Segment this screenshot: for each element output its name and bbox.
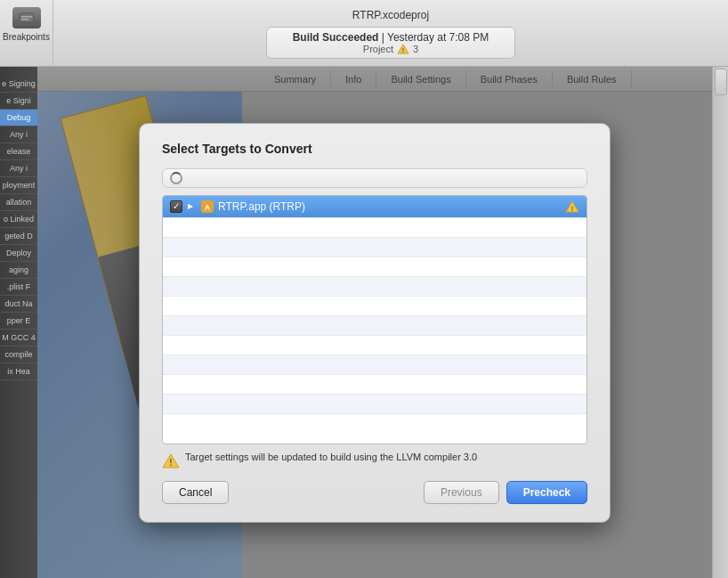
target-arrow-0: ▶ — [188, 202, 197, 211]
cancel-button[interactable]: Cancel — [162, 481, 229, 504]
warning-triangle-icon: ! — [397, 44, 409, 54]
project-label: Project — [363, 44, 393, 54]
sidebar-item-10[interactable]: Deploy — [0, 245, 37, 262]
window-title: RTRP.xcodeproj — [352, 9, 429, 21]
sidebar-item-12[interactable]: .plist F — [0, 279, 37, 296]
top-bar: Breakpoints RTRP.xcodeproj Build Succeed… — [0, 0, 728, 67]
svg-rect-2 — [21, 19, 28, 20]
warning-count: 3 — [413, 44, 418, 54]
svg-text:!: ! — [571, 205, 574, 213]
previous-button[interactable]: Previous — [424, 481, 499, 504]
build-status-line2: Project ! 3 — [285, 44, 497, 54]
breakpoints-area: Breakpoints — [0, 0, 53, 67]
modal-buttons: Cancel Previous Precheck — [162, 481, 587, 504]
build-status-line1: Build Succeeded | Yesterday at 7:08 PM — [285, 31, 497, 44]
breakpoints-label: Breakpoints — [3, 32, 50, 42]
modal-title: Select Targets to Convert — [162, 142, 587, 156]
sidebar-item-1[interactable]: e Signi — [0, 93, 37, 110]
precheck-button[interactable]: Precheck — [506, 481, 587, 504]
modal-dialog: Select Targets to Convert ✓ ▶ A — [139, 123, 611, 523]
stripe-row-10 — [163, 395, 586, 414]
stripe-row-7 — [163, 336, 586, 355]
stripe-row-3 — [163, 257, 586, 277]
sidebar-item-5[interactable]: Any i — [0, 160, 37, 177]
warning-message: ! Target settings will be updated to bui… — [162, 444, 587, 468]
sidebar-item-14[interactable]: pper E — [0, 313, 37, 330]
svg-rect-1 — [21, 16, 32, 18]
build-status-box: Build Succeeded | Yesterday at 7:08 PM P… — [266, 27, 515, 59]
targets-list[interactable]: ✓ ▶ A RTRP.app (RTRP) ! — [162, 195, 587, 444]
svg-text:!: ! — [402, 47, 404, 53]
stripe-row-4 — [163, 277, 586, 297]
stripe-row-6 — [163, 316, 586, 336]
right-sidebar-scrollbar — [712, 67, 728, 578]
sidebar-item-7[interactable]: allation — [0, 194, 37, 211]
sidebar-item-15[interactable]: M GCC 4 — [0, 330, 37, 346]
sidebar-item-11[interactable]: aging — [0, 262, 37, 279]
main-area: e Signing e Signi Debug Any i elease Any… — [0, 67, 728, 578]
warning-message-icon: ! — [162, 452, 180, 468]
sidebar-item-13[interactable]: duct Na — [0, 296, 37, 313]
spinner-icon — [170, 172, 182, 184]
modal-overlay: Select Targets to Convert ✓ ▶ A — [37, 67, 712, 578]
sidebar-item-0[interactable]: e Signing — [0, 76, 37, 93]
progress-area — [162, 168, 587, 188]
title-area: RTRP.xcodeproj Build Succeeded | Yesterd… — [53, 0, 728, 67]
svg-rect-0 — [20, 13, 34, 22]
breakpoints-icon — [12, 7, 41, 28]
content-area: Summary Info Build Settings Build Phases… — [37, 67, 712, 578]
sidebar-item-4[interactable]: elease — [0, 143, 37, 160]
build-succeeded-text: Build Succeeded — [293, 31, 379, 44]
stripe-row-2 — [163, 238, 586, 257]
target-checkbox-0[interactable]: ✓ — [170, 200, 182, 213]
stripe-row-5 — [163, 297, 586, 316]
svg-text:!: ! — [169, 458, 172, 468]
warning-message-text: Target settings will be updated to build… — [185, 452, 477, 462]
sidebar-items-list: e Signing e Signi Debug Any i elease Any… — [0, 67, 37, 380]
build-time-text: Yesterday at 7:08 PM — [387, 31, 489, 44]
sidebar-item-2[interactable]: Debug — [0, 110, 37, 126]
sidebar-item-6[interactable]: ployment — [0, 177, 37, 194]
target-app-icon-0: A — [200, 199, 214, 214]
stripe-row-9 — [163, 375, 586, 395]
stripe-row-8 — [163, 355, 586, 375]
sidebar-item-3[interactable]: Any i — [0, 126, 37, 143]
sidebar-item-9[interactable]: geted D — [0, 228, 37, 245]
target-row-0[interactable]: ✓ ▶ A RTRP.app (RTRP) ! — [163, 196, 586, 218]
target-warning-icon-0: ! — [565, 199, 579, 214]
scrollbar-handle[interactable] — [715, 69, 727, 95]
sidebar-item-16[interactable]: compile — [0, 346, 37, 363]
svg-text:A: A — [205, 203, 211, 212]
sidebar-item-8[interactable]: o Linked — [0, 211, 37, 228]
sidebar-item-17[interactable]: ix Hea — [0, 363, 37, 380]
left-sidebar: e Signing e Signi Debug Any i elease Any… — [0, 67, 37, 578]
stripe-row-1 — [163, 218, 586, 238]
target-label-0: RTRP.app (RTRP) — [218, 200, 305, 213]
